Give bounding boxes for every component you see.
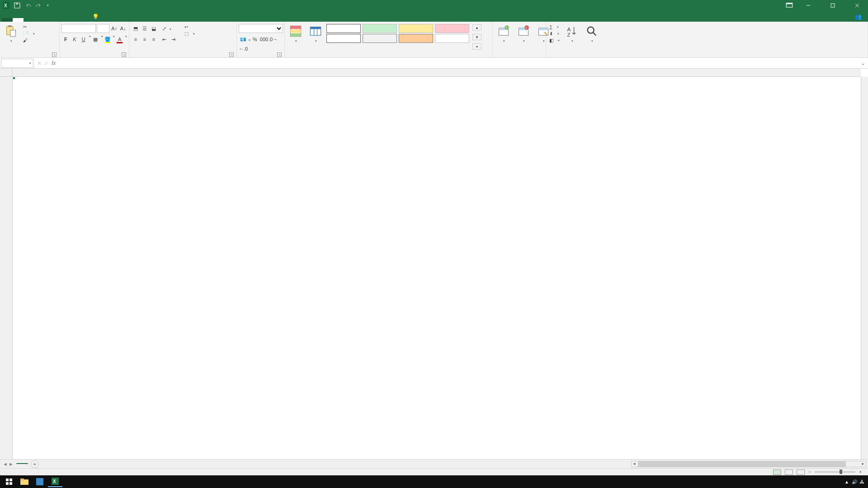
indent-decrease-icon[interactable]: ⇤: [160, 35, 169, 44]
align-right-icon[interactable]: ≡: [149, 35, 158, 44]
zoom-out-button[interactable]: −: [808, 469, 811, 474]
alignment-dialog-icon[interactable]: ↘: [229, 52, 234, 57]
style-gallery-expand-icon[interactable]: ▾: [472, 43, 481, 50]
increase-decimal-icon[interactable]: .0→: [269, 35, 278, 44]
cell-grid[interactable]: [13, 77, 861, 459]
style-calculation[interactable]: [363, 34, 397, 43]
clipboard-dialog-icon[interactable]: ↘: [52, 52, 57, 57]
accounting-format-icon[interactable]: 💶: [239, 35, 248, 44]
cancel-formula-icon[interactable]: ✕: [37, 60, 42, 66]
fx-icon[interactable]: fx: [52, 60, 56, 66]
borders-button[interactable]: ▦: [91, 35, 100, 44]
number-dialog-icon[interactable]: ↘: [277, 52, 282, 57]
style-scroll-up-icon[interactable]: ▲: [472, 24, 481, 31]
redo-icon[interactable]: [35, 2, 42, 9]
tab-insert[interactable]: [24, 18, 34, 22]
fill-handle[interactable]: [13, 77, 15, 80]
tab-start[interactable]: [13, 18, 24, 22]
fill-color-button[interactable]: 🪣: [104, 35, 112, 44]
style-input[interactable]: [399, 34, 433, 43]
name-box[interactable]: ▾: [1, 59, 33, 68]
sort-filter-button[interactable]: AZ▾: [563, 24, 581, 44]
format-painter-button[interactable]: 🖌: [22, 38, 36, 43]
add-sheet-button[interactable]: +: [31, 460, 39, 468]
align-bottom-icon[interactable]: ⬓: [149, 24, 158, 33]
undo-icon[interactable]: [24, 2, 32, 9]
align-middle-icon[interactable]: ☰: [140, 24, 149, 33]
orientation-icon[interactable]: ⤢: [160, 24, 169, 33]
maximize-button[interactable]: [824, 0, 842, 11]
confirm-formula-icon[interactable]: ✓: [44, 60, 49, 66]
file-explorer-taskbar-icon[interactable]: [17, 476, 32, 487]
style-explanatory[interactable]: [435, 34, 469, 43]
sheet-nav-next-icon[interactable]: ►: [9, 461, 14, 467]
font-size-combo[interactable]: [97, 24, 109, 33]
page-break-view-button[interactable]: [797, 469, 805, 475]
vertical-scrollbar[interactable]: [861, 77, 868, 459]
style-neutral[interactable]: [399, 24, 433, 33]
hscroll-thumb[interactable]: [638, 461, 846, 467]
tell-me-search[interactable]: 💡: [89, 12, 105, 22]
insert-cells-button[interactable]: +▾: [495, 24, 513, 44]
align-left-icon[interactable]: ≡: [131, 35, 140, 44]
save-icon[interactable]: [14, 2, 21, 9]
tab-view[interactable]: [78, 18, 89, 22]
tab-file[interactable]: [2, 18, 13, 22]
underline-button[interactable]: U: [79, 35, 88, 44]
normal-view-button[interactable]: [773, 469, 781, 475]
tray-network-icon[interactable]: 🖧: [860, 479, 864, 484]
find-select-button[interactable]: ▾: [583, 24, 601, 44]
style-scroll-down-icon[interactable]: ▼: [472, 34, 481, 40]
ribbon-display-icon[interactable]: [786, 2, 793, 9]
tab-data[interactable]: [56, 18, 67, 22]
formula-input[interactable]: [58, 59, 858, 68]
bold-button[interactable]: F: [61, 35, 70, 44]
paste-button[interactable]: ▾: [2, 24, 20, 44]
row-headers[interactable]: [0, 77, 13, 459]
start-button[interactable]: [2, 476, 16, 487]
sheet-tab-active[interactable]: [16, 463, 28, 465]
select-all-corner[interactable]: [0, 69, 13, 77]
zoom-in-button[interactable]: +: [859, 469, 862, 474]
align-top-icon[interactable]: ⬒: [131, 24, 140, 33]
worksheet-area[interactable]: [0, 69, 868, 459]
tab-layout[interactable]: [34, 18, 45, 22]
excel-taskbar-icon[interactable]: X: [48, 476, 62, 487]
expand-formula-bar-icon[interactable]: ⌄: [858, 60, 868, 66]
copy-button[interactable]: 📄▾: [22, 31, 36, 37]
conditional-format-button[interactable]: ▾: [287, 24, 305, 44]
horizontal-scrollbar[interactable]: ◄ ►: [631, 461, 866, 467]
percent-format-icon[interactable]: %: [250, 35, 259, 44]
delete-cells-button[interactable]: ×▾: [514, 24, 533, 44]
style-good[interactable]: [363, 24, 397, 33]
align-center-icon[interactable]: ≡: [140, 35, 149, 44]
number-format-combo[interactable]: [239, 24, 283, 33]
italic-button[interactable]: K: [71, 35, 79, 44]
increase-font-icon[interactable]: A↑: [110, 24, 118, 33]
style-output[interactable]: [326, 34, 361, 43]
share-button[interactable]: 👥: [850, 12, 868, 22]
indent-increase-icon[interactable]: ⇥: [169, 35, 178, 44]
style-bad[interactable]: [435, 24, 469, 33]
sheet-nav-prev-icon[interactable]: ◄: [3, 461, 8, 467]
zoom-thumb[interactable]: [840, 469, 842, 474]
app-taskbar-icon[interactable]: [33, 476, 47, 487]
page-layout-view-button[interactable]: [785, 469, 793, 475]
hscroll-right-icon[interactable]: ►: [861, 462, 865, 466]
tray-volume-icon[interactable]: 🔊: [852, 479, 857, 484]
merge-center-button[interactable]: ⬚▾: [183, 31, 196, 37]
font-dialog-icon[interactable]: ↘: [122, 52, 126, 57]
format-as-table-button[interactable]: ▾: [307, 24, 325, 44]
qat-customize-icon[interactable]: ▾: [47, 4, 49, 7]
column-headers[interactable]: [13, 69, 861, 77]
tab-review[interactable]: [67, 18, 78, 22]
zoom-slider[interactable]: [815, 471, 855, 473]
style-standard[interactable]: [326, 24, 361, 33]
wrap-text-button[interactable]: ↩: [183, 24, 196, 30]
tab-formulas[interactable]: [45, 18, 56, 22]
close-button[interactable]: [848, 0, 866, 11]
decrease-decimal-icon[interactable]: ←.0: [239, 44, 248, 53]
fill-button[interactable]: ⬇▾: [548, 31, 561, 37]
cut-button[interactable]: ✂: [22, 24, 36, 30]
hscroll-left-icon[interactable]: ◄: [632, 462, 636, 466]
